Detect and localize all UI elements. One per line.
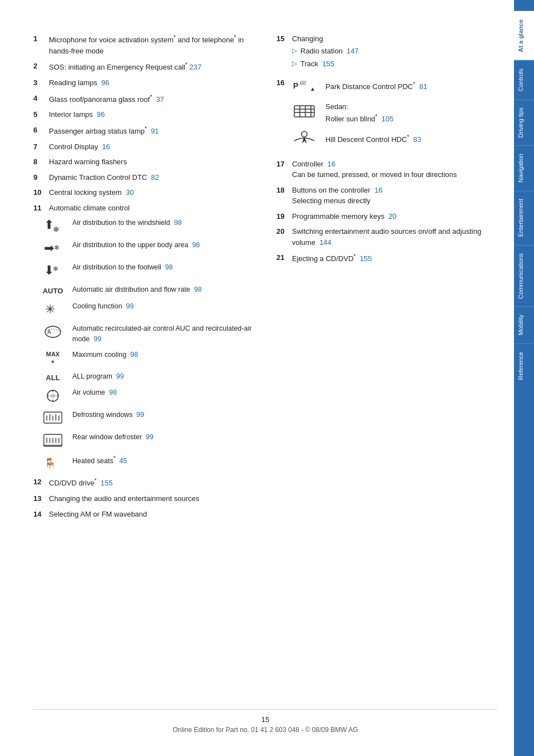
page-link[interactable]: 16 — [102, 143, 110, 151]
list-item: 11 Automatic climate control — [33, 203, 254, 214]
page-link[interactable]: 91 — [151, 127, 159, 135]
list-item: 1 Microphone for voice activation system… — [33, 33, 254, 56]
page-link[interactable]: 82 — [151, 173, 159, 181]
list-item: 8 Hazard warning flashers — [33, 156, 254, 168]
sidebar-tab-controls[interactable]: Controls — [514, 60, 534, 99]
sidebar-tab-navigation[interactable]: Navigation — [514, 145, 534, 190]
page-link[interactable]: 99 — [126, 302, 134, 310]
item-number: 16 — [276, 77, 292, 154]
page-link[interactable]: 144 — [319, 238, 332, 247]
defrost-windows-icon — [39, 410, 67, 426]
svg-text:🪑: 🪑 — [44, 457, 57, 469]
page-link[interactable]: 99 — [146, 433, 154, 441]
page-link[interactable]: 20 — [388, 212, 396, 220]
climate-text: Heated seats* 45 — [72, 454, 254, 467]
item-number: 3 — [33, 77, 49, 89]
item-text: Selecting AM or FM waveband — [49, 509, 254, 520]
item-number: 4 — [33, 93, 49, 105]
page-link[interactable]: 96 — [97, 110, 105, 119]
page-link[interactable]: 96 — [101, 78, 109, 87]
pdc-text: Park Distance Control PDC* 81 — [325, 80, 427, 92]
svg-text:✳: ✳ — [45, 302, 55, 316]
page-link[interactable]: 99 — [136, 411, 144, 419]
item-number: 8 — [33, 156, 49, 168]
page-link[interactable]: 98 — [130, 351, 138, 359]
item-number: 1 — [33, 33, 49, 56]
page-link[interactable]: 155 — [360, 255, 372, 263]
climate-text: Cooling function 99 — [72, 301, 254, 312]
item-number: 10 — [33, 187, 49, 198]
page-number: 15 — [33, 715, 497, 724]
item-number: 13 — [33, 493, 49, 504]
item-text: Glass roof/panorama glass roof* 37 — [49, 93, 254, 105]
page-link[interactable]: 37 — [156, 95, 164, 104]
page-link[interactable]: 98 — [194, 286, 202, 293]
page-link[interactable]: 155 — [322, 60, 334, 68]
page-link[interactable]: 30 — [126, 188, 134, 197]
svg-text:////: //// — [300, 80, 306, 86]
item-number: 11 — [33, 203, 49, 214]
page-link[interactable]: 16 — [328, 160, 335, 168]
page-link[interactable]: 99 — [116, 372, 124, 380]
climate-text: ALL program 99 — [72, 371, 254, 382]
list-item: 13 Changing the audio and entertainment … — [33, 493, 254, 504]
list-item: 19 Programmable memory keys 20 — [276, 211, 497, 222]
climate-text: Defrosting windows 99 — [72, 410, 254, 420]
item-number: 7 — [33, 141, 49, 153]
sub-item-text: Track 155 — [300, 58, 334, 70]
page-link[interactable]: 155 — [101, 479, 113, 488]
item-number: 6 — [33, 125, 49, 137]
pdc-icon: P //// ▲ — [292, 77, 320, 96]
page-link[interactable]: 83 — [413, 135, 421, 144]
cooling-icon: ✳ — [39, 301, 67, 318]
sidebar-tab-mobility[interactable]: Mobility — [514, 306, 534, 343]
col-right: 15 Changing ▷ Radio station 147 ▷ Track … — [276, 33, 497, 693]
item-text: Buttons on the controller 16 Selecting m… — [292, 185, 497, 207]
sidebar-tab-driving-tips[interactable]: Driving tips — [514, 99, 534, 145]
svg-text:P: P — [293, 81, 298, 90]
page-link[interactable]: 81 — [419, 83, 427, 91]
sub-item-text: Radio station 147 — [300, 46, 359, 57]
sidebar-tab-communications[interactable]: Communications — [514, 245, 534, 307]
page-link[interactable]: 98 — [192, 241, 200, 249]
climate-sub-items: ⬆ ❄ Air distribution to the windshield 9… — [33, 218, 254, 471]
list-item: 14 Selecting AM or FM waveband — [33, 509, 254, 520]
air-volume-icon — [39, 387, 67, 404]
page-link[interactable]: 16 — [374, 186, 382, 194]
footer-text: Online Edition for Part no. 01 41 2 603 … — [33, 726, 497, 734]
sidebar-tab-entertainment[interactable]: Entertainment — [514, 190, 534, 244]
sidebar-tab-reference[interactable]: Reference — [514, 343, 534, 388]
item-subtext: Selecting menus directly — [292, 197, 370, 205]
climate-item: AUTO Automatic air distribution and flow… — [33, 284, 254, 296]
item-number: 9 — [33, 172, 49, 183]
list-item: 18 Buttons on the controller 16 Selectin… — [276, 185, 497, 207]
page-link[interactable]: 105 — [382, 115, 394, 123]
page-link[interactable]: 147 — [347, 47, 359, 55]
sidebar-tab-at-a-glance[interactable]: At a glance — [514, 11, 534, 60]
auc-icon: A — [39, 323, 67, 340]
page-link[interactable]: 237 — [190, 63, 202, 72]
page-link[interactable]: 98 — [174, 219, 182, 227]
climate-item: Defrosting windows 99 — [33, 410, 254, 426]
item-text: Control Display 16 — [49, 141, 254, 153]
climate-item: Air volume 98 — [33, 387, 254, 404]
page-link[interactable]: 99 — [93, 335, 101, 343]
page-link[interactable]: 98 — [109, 389, 117, 396]
item-text: Passenger airbag status lamp* 91 — [49, 125, 254, 137]
list-item: 2 SOS: initiating an Emergency Request c… — [33, 61, 254, 73]
item-number: 12 — [33, 477, 49, 489]
svg-text:▲: ▲ — [310, 86, 315, 92]
windshield-icon: ⬆ ❄ — [39, 218, 67, 234]
item-number: 14 — [33, 509, 49, 520]
roller-text: Sedan:Roller sun blind* 105 — [325, 101, 393, 124]
svg-text:❄: ❄ — [53, 225, 60, 234]
list-item: 21 Ejecting a CD/DVD* 155 — [276, 252, 497, 264]
page-link[interactable]: 98 — [165, 263, 173, 271]
climate-item: ALL ALL program 99 — [33, 371, 254, 382]
climate-text: Rear window defroster 99 — [72, 432, 254, 443]
list-item: 12 CD/DVD drive* 155 — [33, 477, 254, 489]
right-sidebar: At a glance Controls Driving tips Naviga… — [514, 0, 534, 756]
climate-text: Air distribution to the windshield 98 — [72, 218, 254, 228]
list-item: 10 Central locking system 30 — [33, 187, 254, 198]
page-link[interactable]: 45 — [120, 458, 127, 465]
